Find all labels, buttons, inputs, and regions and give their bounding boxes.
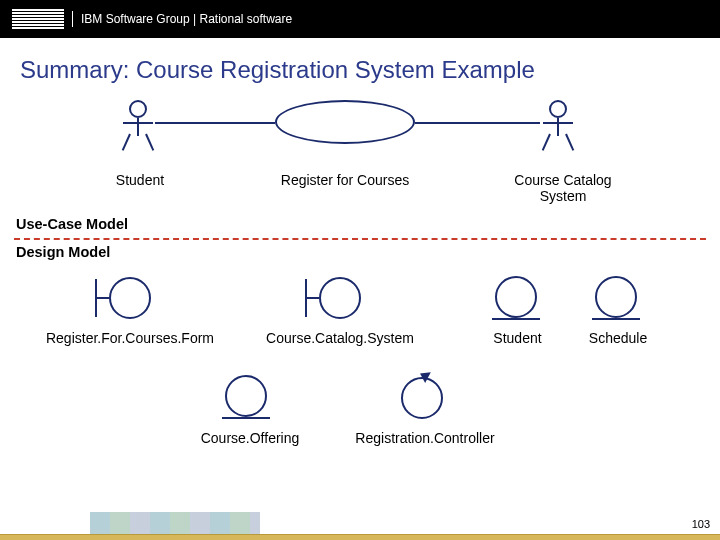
footer: 103: [0, 510, 720, 540]
model-divider-line: [14, 238, 706, 240]
footer-ornament-icon: [90, 512, 260, 534]
svg-rect-0: [12, 9, 64, 11]
header-bar: IBM Software Group | Rational software: [0, 0, 720, 38]
actor-label-catalog: Course Catalog System: [498, 172, 628, 204]
entity-baseline: [492, 318, 540, 320]
usecase-label: Register for Courses: [265, 172, 425, 188]
diagram-canvas: Student Register for Courses Course Cata…: [0, 90, 720, 510]
actor-student-icon: [120, 100, 156, 156]
ibm-logo-icon: [12, 9, 64, 29]
association-line: [155, 122, 275, 124]
svg-rect-2: [12, 15, 64, 17]
entity-baseline: [222, 417, 270, 419]
class-label-course-offering: Course.Offering: [180, 430, 320, 446]
entity-baseline: [592, 318, 640, 320]
svg-rect-3: [12, 18, 64, 20]
class-label-catalog-system: Course.Catalog.System: [255, 330, 425, 346]
association-line: [415, 122, 540, 124]
footer-stripe: [0, 534, 720, 540]
section-label-usecase: Use-Case Model: [16, 216, 128, 232]
page-title: Summary: Course Registration System Exam…: [0, 38, 720, 90]
usecase-ellipse-icon: [275, 100, 415, 144]
actor-catalog-icon: [540, 100, 576, 156]
svg-rect-1: [12, 12, 64, 14]
entity-icon: [595, 276, 637, 318]
svg-rect-4: [12, 21, 64, 23]
class-label-registration-controller: Registration.Controller: [345, 430, 505, 446]
class-label-student: Student: [480, 330, 555, 346]
slide-number: 103: [692, 518, 710, 530]
boundary-icon: [305, 275, 367, 321]
section-label-design: Design Model: [16, 244, 110, 260]
header-divider: [72, 11, 73, 27]
header-breadcrumb: IBM Software Group | Rational software: [81, 12, 292, 26]
boundary-icon: [95, 275, 157, 321]
class-label-schedule: Schedule: [578, 330, 658, 346]
class-label-register-form: Register.For.Courses.Form: [30, 330, 230, 346]
entity-icon: [495, 276, 537, 318]
entity-icon: [225, 375, 267, 417]
svg-rect-5: [12, 24, 64, 26]
svg-rect-6: [12, 27, 64, 29]
control-icon: [398, 373, 446, 421]
actor-label-student: Student: [100, 172, 180, 188]
